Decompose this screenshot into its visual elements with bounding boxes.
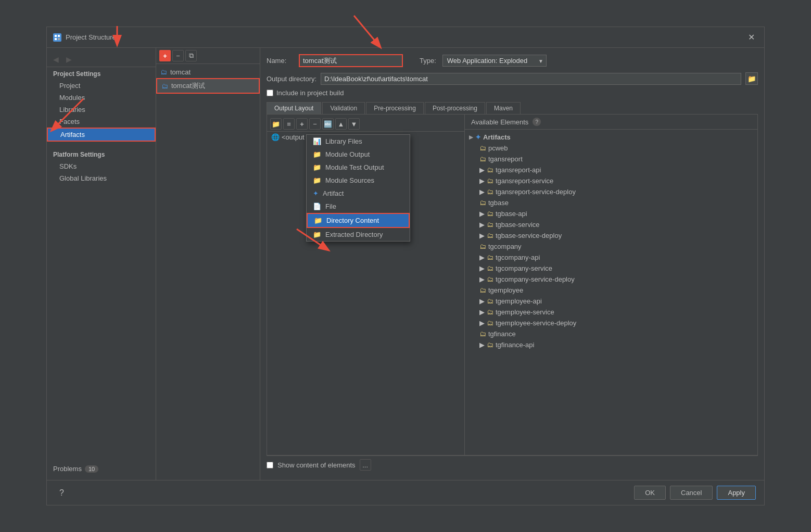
content-area: ◀ ▶ Project Settings Project Modules Lib… bbox=[47, 48, 764, 480]
sidebar-item-sdks[interactable]: SDKs bbox=[47, 160, 156, 172]
apply-button[interactable]: Apply bbox=[717, 486, 756, 500]
av-item-tgemployee-api[interactable]: ▶ 🗂 tgemployee-api bbox=[465, 296, 757, 307]
av-item-tgcompany-service[interactable]: ▶ 🗂 tgcompany-service bbox=[465, 263, 757, 274]
tab-validation[interactable]: Validation bbox=[322, 102, 365, 114]
nav-bar: ◀ ▶ bbox=[47, 52, 156, 67]
svg-rect-1 bbox=[58, 35, 60, 37]
dropdown-directory-content[interactable]: 📁 Directory Content bbox=[307, 213, 410, 228]
dropdown-extracted-directory[interactable]: 📁 Extracted Directory bbox=[307, 228, 410, 241]
help-icon: ? bbox=[533, 118, 541, 126]
tree-toolbar: 📁 ≡ + − 🔤 ▲ ▼ bbox=[267, 117, 464, 132]
tab-output-layout[interactable]: Output Layout bbox=[267, 102, 321, 114]
svg-rect-0 bbox=[55, 35, 57, 37]
dropdown-artifact[interactable]: ✦ Artifact bbox=[307, 187, 410, 200]
tgfinance-api-chevron: ▶ bbox=[479, 341, 485, 349]
tgemployee-icon: 🗂 bbox=[479, 286, 486, 294]
dropdown-module-test-output[interactable]: 📁 Module Test Output bbox=[307, 161, 410, 174]
dropdown-file[interactable]: 📄 File bbox=[307, 200, 410, 213]
artifact-panel: + ➤ − ⧉ 🗂 tomcat 🗂 tomcat测试 bbox=[156, 48, 260, 480]
close-button[interactable]: ✕ bbox=[745, 31, 758, 43]
av-item-tgbase-service-deploy[interactable]: ▶ 🗂 tgbase-service-deploy bbox=[465, 230, 757, 241]
av-item-tgemployee[interactable]: 🗂 tgemployee bbox=[465, 285, 757, 296]
available-elements-header: Available Elements ? bbox=[465, 115, 757, 130]
tgcompany-service-deploy-icon: 🗂 bbox=[487, 275, 493, 283]
artifact-list: 🗂 tomcat 🗂 tomcat测试 bbox=[156, 64, 260, 480]
sidebar-item-facets[interactable]: Facets bbox=[47, 116, 156, 128]
av-item-tgfinance-api[interactable]: ▶ 🗂 tgfinance-api bbox=[465, 339, 757, 350]
artifacts-section-icon: ✦ bbox=[475, 133, 481, 141]
include-in-build-checkbox[interactable] bbox=[267, 90, 273, 96]
dialog-footer: ? OK Cancel Apply bbox=[47, 480, 764, 505]
tgansreport-icon: 🗂 bbox=[479, 155, 486, 163]
sidebar-item-artifacts[interactable]: Artifacts bbox=[47, 128, 156, 142]
tgemployee-service-chevron: ▶ bbox=[479, 308, 485, 316]
directory-content-icon: 📁 bbox=[314, 217, 322, 224]
tree-add-btn[interactable]: + bbox=[296, 118, 308, 130]
problems-row[interactable]: Problems 10 bbox=[47, 462, 156, 476]
dropdown-module-sources[interactable]: 📁 Module Sources bbox=[307, 174, 410, 187]
av-item-tgansreport[interactable]: 🗂 tgansreport bbox=[465, 154, 757, 164]
av-item-tgbase-service[interactable]: ▶ 🗂 tgbase-service bbox=[465, 219, 757, 230]
artifacts-chevron: ▶ bbox=[469, 134, 473, 140]
av-item-tgemployee-service-deploy[interactable]: ▶ 🗂 tgemployee-service-deploy bbox=[465, 318, 757, 328]
nav-back-button[interactable]: ◀ bbox=[51, 54, 61, 65]
artifacts-section-label: Artifacts bbox=[483, 133, 511, 141]
tree-remove-btn[interactable]: − bbox=[309, 118, 321, 130]
dropdown-library-files[interactable]: 📊 Library Files bbox=[307, 135, 410, 148]
problems-badge: 10 bbox=[85, 465, 98, 473]
tree-folder-btn[interactable]: 📁 bbox=[270, 118, 282, 130]
tree-sort-btn[interactable]: ≡ bbox=[283, 118, 295, 130]
sidebar-item-global-libraries[interactable]: Global Libraries bbox=[47, 172, 156, 184]
dropdown-module-output[interactable]: 📁 Module Output bbox=[307, 148, 410, 161]
av-item-tgcompany[interactable]: 🗂 tgcompany bbox=[465, 241, 757, 252]
tab-maven[interactable]: Maven bbox=[486, 102, 521, 114]
tgbase-api-icon: 🗂 bbox=[487, 210, 493, 218]
dropdown-menu: 📊 Library Files 📁 Module Output 📁 Module… bbox=[306, 134, 410, 242]
sidebar-item-libraries[interactable]: Libraries bbox=[47, 104, 156, 116]
copy-artifact-button[interactable]: ⧉ bbox=[185, 50, 197, 61]
project-structure-dialog: Project Structure ✕ ◀ ▶ Project Settings… bbox=[46, 27, 765, 505]
av-item-tgcompany-api[interactable]: ▶ 🗂 tgcompany-api bbox=[465, 252, 757, 263]
tree-rename-btn[interactable]: 🔤 bbox=[322, 118, 334, 130]
title-bar: Project Structure ✕ bbox=[47, 27, 764, 48]
sidebar-item-project[interactable]: Project bbox=[47, 80, 156, 92]
tgansreport-service-icon: 🗂 bbox=[487, 177, 493, 185]
dir-browse-button[interactable]: 📁 bbox=[745, 72, 758, 85]
tgansreport-service-deploy-chevron: ▶ bbox=[479, 188, 485, 196]
cancel-button[interactable]: Cancel bbox=[670, 486, 713, 500]
add-artifact-button[interactable]: + ➤ bbox=[159, 50, 171, 61]
av-item-tgansreport-service-deploy[interactable]: ▶ 🗂 tgansreport-service-deploy bbox=[465, 186, 757, 197]
tree-up-btn[interactable]: ▲ bbox=[335, 118, 347, 130]
av-item-pcweb[interactable]: 🗂 pcweb bbox=[465, 143, 757, 154]
ok-button[interactable]: OK bbox=[634, 486, 666, 500]
output-dir-input[interactable] bbox=[321, 73, 741, 85]
nav-forward-button[interactable]: ▶ bbox=[64, 54, 74, 65]
remove-artifact-button[interactable]: − bbox=[172, 50, 184, 61]
name-row: Name: Type: Web Application: Exploded bbox=[267, 54, 758, 67]
folder-icon-test: 🗂 bbox=[161, 82, 168, 90]
av-item-tgansreport-service[interactable]: ▶ 🗂 tgansreport-service bbox=[465, 175, 757, 186]
show-content-checkbox[interactable] bbox=[267, 462, 273, 468]
av-item-tgbase-api[interactable]: ▶ 🗂 tgbase-api bbox=[465, 208, 757, 219]
output-tree: 📁 ≡ + − 🔤 ▲ ▼ 🌐 <output root> bbox=[267, 115, 465, 455]
av-item-tgfinance[interactable]: 🗂 tgfinance bbox=[465, 328, 757, 339]
artifact-item-tomcat[interactable]: 🗂 tomcat bbox=[156, 66, 260, 78]
tree-down-btn[interactable]: ▼ bbox=[348, 118, 360, 130]
include-in-build-label: Include in project build bbox=[276, 89, 344, 97]
artifact-item-tomcat-test[interactable]: 🗂 tomcat测试 bbox=[156, 78, 260, 94]
av-item-tgcompany-service-deploy[interactable]: ▶ 🗂 tgcompany-service-deploy bbox=[465, 274, 757, 285]
available-panel: Available Elements ? ▶ ✦ Artifacts 🗂 bbox=[465, 115, 757, 455]
tab-post-processing[interactable]: Post-processing bbox=[425, 102, 485, 114]
av-item-tgansreport-api[interactable]: ▶ 🗂 tgansreport-api bbox=[465, 164, 757, 175]
type-select[interactable]: Web Application: Exploded bbox=[442, 55, 547, 67]
available-artifacts-section[interactable]: ▶ ✦ Artifacts bbox=[465, 132, 757, 143]
sidebar-item-modules[interactable]: Modules bbox=[47, 92, 156, 104]
av-item-tgbase[interactable]: 🗂 tgbase bbox=[465, 197, 757, 208]
tab-pre-processing[interactable]: Pre-processing bbox=[366, 102, 424, 114]
help-button[interactable]: ? bbox=[55, 486, 68, 500]
name-input[interactable] bbox=[299, 54, 403, 67]
project-settings-header: Project Settings bbox=[47, 67, 156, 80]
show-content-browse-button[interactable]: ... bbox=[360, 459, 371, 471]
av-item-tgemployee-service[interactable]: ▶ 🗂 tgemployee-service bbox=[465, 307, 757, 318]
folder-icon: 🗂 bbox=[160, 68, 167, 76]
